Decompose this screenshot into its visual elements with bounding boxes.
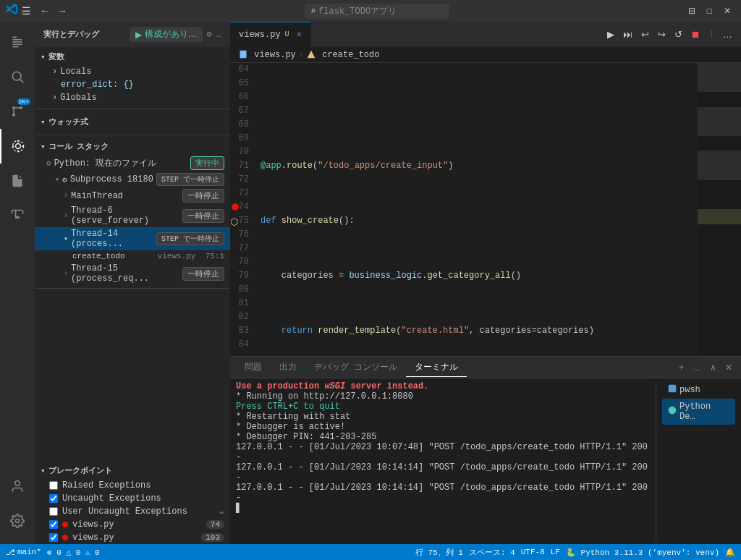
tab-label: views.py xyxy=(239,30,281,40)
thread15-badge: 一時停止 xyxy=(182,267,224,281)
step-into-button[interactable]: ↩ xyxy=(638,27,652,41)
breakpoints-section-title[interactable]: ▾ ブレークポイント xyxy=(35,462,230,479)
nav-back-button[interactable]: ← xyxy=(37,4,53,18)
encoding-label: UTF-8 xyxy=(521,548,545,556)
status-spaces[interactable]: スペース: 4 xyxy=(469,547,515,558)
search-input-wrap[interactable]: ⌕ flask_TODOアプリ xyxy=(305,4,449,19)
window-minimize-button[interactable]: ⊟ xyxy=(684,4,700,17)
status-notification[interactable]: 🔔 xyxy=(725,548,735,557)
status-branch[interactable]: ⎇ main* xyxy=(6,548,41,557)
breadcrumb-file[interactable]: views.py xyxy=(239,50,296,60)
raised-exceptions-checkbox[interactable] xyxy=(49,481,58,490)
debug-more-icon[interactable]: … xyxy=(216,30,221,40)
hamburger-icon[interactable]: ☰ xyxy=(22,5,31,17)
bp-raised-exceptions[interactable]: Raised Exceptions xyxy=(35,479,230,492)
ln-72: 72 xyxy=(230,173,255,187)
ln-84: 84 xyxy=(230,338,255,352)
thread-python-current[interactable]: ⚙ Python: 現在のファイル 実行中 xyxy=(35,155,230,171)
breadcrumb: views.py › create_todo xyxy=(230,47,741,63)
thread15-label: Thread-15 (process_req... xyxy=(71,263,182,284)
window-maximize-button[interactable]: □ xyxy=(703,4,716,17)
term-line-9: 127.0.0.1 - - [01/Jul/2023 10:14:14] "PO… xyxy=(236,462,650,472)
divider-1 xyxy=(35,109,230,109)
activity-search[interactable] xyxy=(0,59,35,94)
new-terminal-button[interactable]: + xyxy=(676,361,687,374)
bp-user-uncaught[interactable]: User Uncaught Exceptions ✏ xyxy=(35,505,230,518)
activity-test[interactable] xyxy=(0,198,35,233)
nav-forward-button[interactable]: → xyxy=(54,4,70,18)
frame-file-label: views.py 75:1 xyxy=(158,252,224,260)
variables-section-title[interactable]: ▾ 変数 xyxy=(35,48,230,65)
tab-views-py[interactable]: views.py U ✕ xyxy=(230,22,311,47)
views74-checkbox[interactable] xyxy=(49,520,58,529)
title-bar: ☰ ← → ⌕ flask_TODOアプリ ⊟ □ ✕ xyxy=(0,0,741,22)
create-todo-frame[interactable]: create_todo views.py 75:1 xyxy=(35,250,230,262)
thread6-item[interactable]: › Thread-6 (serve_forever) 一時停止 xyxy=(35,204,230,227)
call-stack-section: ▾ コール スタック ⚙ Python: 現在のファイル 実行中 ▾ ⚙ xyxy=(35,138,230,285)
views103-checkbox[interactable] xyxy=(49,533,58,542)
breakpoints-section: ▾ ブレークポイント Raised Exceptions Uncaught Ex… xyxy=(35,462,230,544)
activity-debug[interactable] xyxy=(0,129,35,164)
step-out-button[interactable]: ↪ xyxy=(655,27,669,41)
status-bar: ⎇ main* ⊗ 0 △ 0 ⚠ 0 行 75、列 1 スペース: 4 UTF… xyxy=(0,544,741,560)
restart-button[interactable]: ↺ xyxy=(672,27,685,41)
tab-terminal[interactable]: ターミナル xyxy=(406,358,467,377)
breadcrumb-symbol[interactable]: create_todo xyxy=(307,50,379,60)
edit-icon[interactable]: ✏ xyxy=(219,507,224,517)
tab-output[interactable]: 出力 xyxy=(271,358,305,376)
call-stack-title[interactable]: ▾ コール スタック xyxy=(35,138,230,155)
thread14-item[interactable]: ▾ Thread-14 (proces... STEP で一時停止 xyxy=(35,227,230,250)
variables-label: 変数 xyxy=(48,51,64,62)
user-uncaught-checkbox[interactable] xyxy=(49,507,58,516)
bp-views-74[interactable]: views.py 74 xyxy=(35,518,230,531)
tab-problems[interactable]: 問題 xyxy=(236,358,271,376)
subprocess-18180[interactable]: ▾ ⚙ Subprocess 18180 STEP で一時停止 xyxy=(35,171,230,187)
svg-rect-1 xyxy=(12,39,22,41)
activity-source-control[interactable]: 2K+ xyxy=(0,94,35,129)
step-over-button[interactable]: ⏭ xyxy=(620,27,635,41)
sidebar-top: ▾ 変数 › Locals error_dict: {} › Globals xyxy=(35,47,230,462)
watch-section-title[interactable]: ▾ ウォッチ式 xyxy=(35,114,230,130)
terminal-pwsh-item[interactable]: pwsh xyxy=(662,381,735,399)
terminal-main[interactable]: Use a production wSGI server instead. * … xyxy=(236,381,650,541)
stop-button[interactable]: ⏹ xyxy=(688,27,703,41)
activity-extensions[interactable] xyxy=(0,164,35,198)
debug-settings-icon[interactable]: ⚙ xyxy=(207,29,212,40)
status-python[interactable]: 🐍 Python 3.11.3 ('myenv': venv) xyxy=(566,548,719,557)
run-debug-button[interactable]: ▶ 構成があり… xyxy=(130,27,203,42)
code-editor[interactable]: 64 65 66 67 68 69 70 71 72 73 74 ⬡ xyxy=(230,63,741,356)
status-line-col[interactable]: 行 75、列 1 xyxy=(415,547,463,558)
title-bar-left: ☰ xyxy=(6,4,31,19)
status-errors[interactable]: ⊗ 0 △ 0 ⚠ 0 xyxy=(47,548,100,557)
panel-collapse-button[interactable]: ∧ xyxy=(707,361,719,374)
tab-debug-console[interactable]: デバッグ コンソール xyxy=(305,358,406,376)
thread15-item[interactable]: › Thread-15 (process_req... 一時停止 xyxy=(35,262,230,285)
term-line-12: - xyxy=(236,493,650,503)
tab-close-button[interactable]: ✕ xyxy=(297,29,302,40)
debug-more-button[interactable]: … xyxy=(720,27,735,41)
search-text: flask_TODOアプリ xyxy=(318,5,397,17)
activity-account[interactable] xyxy=(0,469,35,504)
continue-button[interactable]: ▶ xyxy=(604,27,617,41)
user-uncaught-label: User Uncaught Exceptions xyxy=(62,506,215,517)
status-encoding[interactable]: UTF-8 xyxy=(521,548,545,556)
activity-explorer[interactable] xyxy=(0,25,35,59)
search-icon: ⌕ xyxy=(310,6,316,17)
status-line-ending[interactable]: LF xyxy=(551,548,560,556)
locals-item[interactable]: › Locals xyxy=(35,65,230,78)
window-close-button[interactable]: ✕ xyxy=(719,4,735,17)
globals-item[interactable]: › Globals xyxy=(35,91,230,104)
svg-point-9 xyxy=(12,114,15,116)
error-dict-item[interactable]: error_dict: {} xyxy=(35,78,230,91)
thread15-expand-icon: › xyxy=(64,270,68,278)
activity-settings[interactable] xyxy=(0,504,35,538)
bp-views-103[interactable]: views.py 103 xyxy=(35,531,230,544)
bp-uncaught-exceptions[interactable]: Uncaught Exceptions xyxy=(35,492,230,505)
main-thread-item[interactable]: › MainThread 一時停止 xyxy=(35,187,230,204)
terminal-python-item[interactable]: Python De… xyxy=(662,399,735,425)
panel-close-button[interactable]: ✕ xyxy=(722,361,735,374)
panel-more-button[interactable]: … xyxy=(690,361,704,374)
main-thread-label: MainThread xyxy=(71,191,123,201)
activity-bar: 2K+ xyxy=(0,22,35,544)
uncaught-exceptions-checkbox[interactable] xyxy=(49,494,58,503)
